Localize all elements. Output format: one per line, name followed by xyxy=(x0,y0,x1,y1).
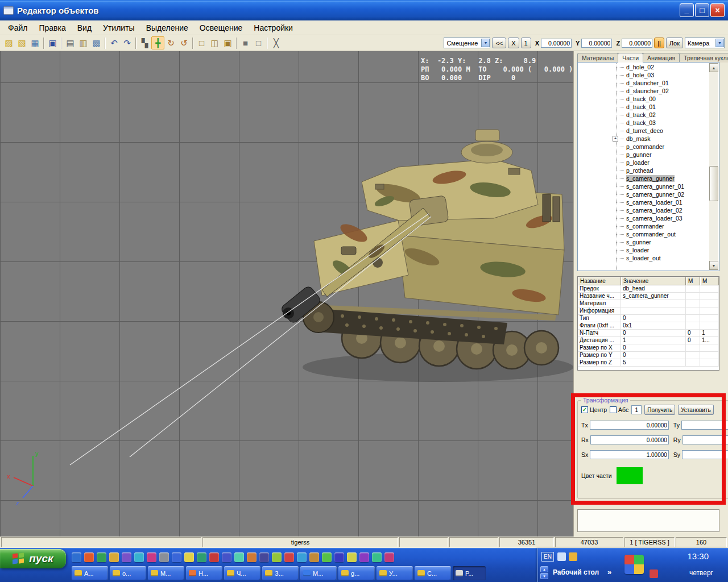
paste-icon[interactable]: ▥ xyxy=(77,36,90,49)
import-file-icon[interactable]: ▧ xyxy=(15,36,28,49)
tools-icon[interactable]: ╳ xyxy=(270,36,283,49)
tree-item-d_hole_02[interactable]: d_hole_02 xyxy=(578,63,709,71)
close-button[interactable]: × xyxy=(710,3,725,17)
tree-item-s_camera_loader_01[interactable]: s_camera_loader_01 xyxy=(578,198,709,206)
tree-item-s_camera_gunner_02[interactable]: s_camera_gunner_02 xyxy=(578,190,709,198)
quicklaunch-icon-22[interactable] xyxy=(334,552,344,562)
move-tool-icon[interactable]: ╋ xyxy=(151,36,164,49)
quicklaunch-icon-20[interactable] xyxy=(309,552,319,562)
toolbar-scroll-up-icon[interactable]: ▲ xyxy=(540,566,548,572)
taskbar-window-button-8[interactable]: g... xyxy=(338,566,375,580)
property-column-header[interactable]: Название xyxy=(578,277,621,285)
menu-selection[interactable]: Выделение xyxy=(140,22,194,34)
clone-part-icon[interactable]: ◫ xyxy=(208,36,221,49)
property-column-header[interactable]: М xyxy=(686,277,700,285)
property-row[interactable]: Название ч...s_camera_gunner xyxy=(578,293,719,300)
taskbar-window-button-10[interactable]: С... xyxy=(415,566,451,580)
tree-item-d_track_00[interactable]: d_track_00 xyxy=(578,95,709,103)
tab-ragdoll[interactable]: Тряпичная кукла xyxy=(679,53,728,63)
toolbar-scroll-down-icon[interactable]: ▼ xyxy=(540,573,548,579)
property-row[interactable]: Флаги (0xff ...0x1 xyxy=(578,322,719,330)
parts-tree[interactable]: d_hole_02d_hole_03d_slauncher_01d_slaunc… xyxy=(577,62,719,271)
menu-lighting[interactable]: Освещение xyxy=(194,22,248,34)
taskbar-window-button-6[interactable]: З... xyxy=(262,566,299,580)
taskbar-window-button-11[interactable]: Р... xyxy=(453,566,486,580)
property-row[interactable]: Тип0 xyxy=(578,315,719,322)
taskbar-window-button-3[interactable]: М... xyxy=(148,566,184,580)
toolbar-chevron-icon[interactable]: » xyxy=(607,568,611,576)
desktop-toolbar-label[interactable]: Рабочий стол xyxy=(553,568,599,576)
taskbar-window-button-1[interactable]: А... xyxy=(72,566,108,580)
transform-input-ry[interactable] xyxy=(682,435,728,444)
taskbar-window-button-4[interactable]: Н... xyxy=(186,566,222,580)
quicklaunch-icon-21[interactable] xyxy=(322,552,332,562)
save-icon[interactable]: ▣ xyxy=(46,36,59,49)
tray-app-icon[interactable] xyxy=(624,555,644,574)
tree-item-s_gunner[interactable]: s_gunner xyxy=(578,238,709,246)
part-color-swatch[interactable] xyxy=(617,467,643,484)
tab-animation[interactable]: Анимация xyxy=(643,53,680,63)
tree-item-d_track_02[interactable]: d_track_02 xyxy=(578,111,709,119)
camera-select[interactable]: Камера ▼ xyxy=(685,38,725,48)
quicklaunch-icon-19[interactable] xyxy=(297,552,307,562)
redo-icon[interactable]: ↷ xyxy=(121,36,134,49)
transform-input-tx[interactable] xyxy=(590,421,669,430)
offset-mode-select[interactable]: Смещение ▼ xyxy=(444,38,490,48)
tree-item-s_loader_out[interactable]: s_loader_out xyxy=(578,254,709,262)
grid-view-icon[interactable]: ▦ xyxy=(28,36,42,49)
quicklaunch-icon-1[interactable] xyxy=(72,552,81,562)
quicklaunch-icon-6[interactable] xyxy=(134,552,144,562)
tree-item-d_track_03[interactable]: d_track_03 xyxy=(578,119,709,127)
tree-item-s_camera_loader_03[interactable]: s_camera_loader_03 xyxy=(578,214,709,222)
tab-materials[interactable]: Материалы xyxy=(577,53,618,63)
new-part-icon[interactable]: □ xyxy=(195,36,208,49)
quicklaunch-icon-3[interactable] xyxy=(97,552,106,562)
property-row[interactable]: Дистанция ...101... xyxy=(578,337,719,344)
quicklaunch-icon-7[interactable] xyxy=(147,552,156,562)
frame-icon[interactable]: □ xyxy=(252,36,265,49)
scroll-down-button[interactable]: ▼ xyxy=(709,261,718,270)
property-row[interactable]: Материал xyxy=(578,300,719,307)
x-coordinate-input[interactable] xyxy=(541,39,572,48)
quicklaunch-icon-10[interactable] xyxy=(184,552,194,562)
checker-icon[interactable]: ▚ xyxy=(138,36,151,49)
scrollbar-track[interactable] xyxy=(709,72,718,261)
quicklaunch-icon-16[interactable] xyxy=(259,552,269,562)
set-button[interactable]: Установить xyxy=(678,405,714,415)
taskbar-window-button-9[interactable]: У... xyxy=(377,566,413,580)
quicklaunch-icon-14[interactable] xyxy=(234,552,244,562)
z-coordinate-input[interactable] xyxy=(622,39,652,48)
tree-item-d_turret_deco[interactable]: d_turret_deco xyxy=(578,127,709,135)
tree-item-s_camera_gunner[interactable]: s_camera_gunner xyxy=(578,174,709,182)
transform-input-sy[interactable] xyxy=(682,450,728,459)
minimize-button[interactable]: _ xyxy=(680,3,694,17)
lock-button[interactable]: Лок xyxy=(666,38,683,48)
step-back-button[interactable]: << xyxy=(492,38,506,48)
property-column-header[interactable]: Значение xyxy=(621,277,686,285)
quicklaunch-icon-12[interactable] xyxy=(209,552,219,562)
menu-utilities[interactable]: Утилиты xyxy=(97,22,140,34)
transform-input-rx[interactable] xyxy=(590,435,669,444)
quicklaunch-icon-18[interactable] xyxy=(284,552,294,562)
tab-parts[interactable]: Части xyxy=(618,53,643,63)
taskbar-window-button-5[interactable]: Ч... xyxy=(224,566,260,580)
tree-item-d_hole_03[interactable]: d_hole_03 xyxy=(578,71,709,79)
orbit-tool-icon[interactable]: ↺ xyxy=(177,36,191,49)
quicklaunch-icon-13[interactable] xyxy=(222,552,231,562)
property-grid[interactable]: НазваниеЗначениеММ Предокdb_headНазвание… xyxy=(577,276,719,371)
quicklaunch-icon-23[interactable] xyxy=(347,552,357,562)
center-checkbox[interactable]: ✓ Центр xyxy=(581,406,607,413)
tree-item-p_commander[interactable]: p_commander xyxy=(578,143,709,151)
undo-icon[interactable]: ↶ xyxy=(107,36,121,49)
quicklaunch-icon-8[interactable] xyxy=(159,552,169,562)
quicklaunch-icon-4[interactable] xyxy=(109,552,119,562)
transform-input-sx[interactable] xyxy=(590,450,669,459)
quicklaunch-icon-24[interactable] xyxy=(359,552,369,562)
rotate-tool-icon[interactable]: ↻ xyxy=(164,36,177,49)
quicklaunch-icon-15[interactable] xyxy=(247,552,257,562)
tree-item-p_rothead[interactable]: p_rothead xyxy=(578,167,709,174)
tray-app2-icon[interactable] xyxy=(650,569,658,578)
transform-input-ty[interactable] xyxy=(681,421,728,430)
start-button[interactable]: пуск xyxy=(0,549,66,568)
copy-icon[interactable]: ▤ xyxy=(64,36,77,49)
